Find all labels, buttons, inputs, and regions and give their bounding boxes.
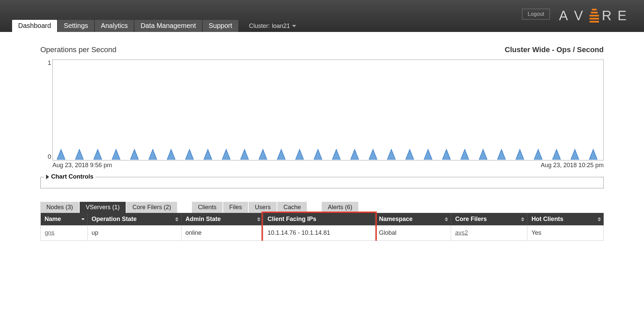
svg-marker-8: [204, 149, 212, 159]
vservers-table: Name Operation State Admin State Client …: [40, 213, 604, 241]
svg-marker-19: [406, 149, 414, 159]
tab-data-management[interactable]: Data Management: [134, 20, 202, 32]
cluster-name: loan21: [272, 23, 290, 30]
x-start-label: Aug 23, 2018 9:56 pm: [52, 162, 112, 169]
svg-marker-17: [369, 149, 377, 159]
sort-icon: [445, 217, 448, 221]
sort-icon: [175, 217, 178, 221]
tab-vservers[interactable]: VServers (1): [80, 202, 126, 213]
tab-analytics[interactable]: Analytics: [95, 20, 134, 32]
main-nav-tabs: Dashboard Settings Analytics Data Manage…: [12, 21, 296, 32]
avere-logo: A V R E: [559, 8, 631, 23]
svg-marker-10: [241, 149, 249, 159]
svg-marker-24: [497, 149, 506, 159]
cell-name: gns: [41, 225, 88, 241]
col-admin-state[interactable]: Admin State: [181, 213, 263, 225]
svg-marker-7: [186, 149, 194, 159]
cell-operation-state: up: [87, 225, 181, 241]
svg-marker-26: [534, 149, 542, 159]
svg-marker-16: [351, 149, 359, 159]
app-header: Logout A V R E Dashboard Settings Analyt…: [0, 0, 644, 32]
svg-marker-1: [75, 149, 83, 159]
tab-nodes[interactable]: Nodes (3): [40, 202, 79, 213]
svg-marker-5: [149, 149, 157, 159]
tab-settings[interactable]: Settings: [58, 20, 94, 32]
sort-icon: [81, 218, 85, 220]
svg-marker-6: [167, 149, 175, 159]
col-name[interactable]: Name: [41, 213, 88, 225]
svg-marker-21: [442, 149, 450, 159]
svg-marker-15: [332, 149, 340, 159]
chart-y-axis: 1 0: [45, 60, 51, 160]
tab-alerts[interactable]: Alerts (6): [322, 202, 358, 213]
cluster-prefix: Cluster:: [249, 23, 270, 30]
tab-users[interactable]: Users: [249, 202, 277, 213]
col-namespace[interactable]: Namespace: [375, 213, 451, 225]
svg-marker-18: [387, 149, 395, 159]
tab-dashboard[interactable]: Dashboard: [12, 20, 57, 32]
col-hot-clients[interactable]: Hot Clients: [527, 213, 604, 225]
svg-marker-14: [314, 149, 322, 159]
svg-marker-13: [295, 149, 304, 159]
svg-marker-2: [94, 149, 102, 159]
svg-marker-12: [277, 149, 285, 159]
chart-title: Operations per Second: [40, 45, 116, 54]
chevron-down-icon: [292, 25, 296, 27]
svg-marker-29: [589, 149, 597, 159]
svg-marker-20: [424, 149, 432, 159]
chart-controls-panel: Chart Controls: [40, 177, 604, 188]
cell-admin-state: online: [181, 225, 263, 241]
cluster-selector[interactable]: Cluster: loan21: [249, 23, 296, 32]
detail-tabs: Nodes (3) VServers (1) Core Filers (2) C…: [40, 202, 604, 213]
cell-client-facing-ips: 10.1.14.76 - 10.1.14.81: [264, 225, 375, 241]
tab-core-filers[interactable]: Core Filers (2): [126, 202, 177, 213]
svg-marker-22: [461, 149, 469, 159]
table-row: gns up online 10.1.14.76 - 10.1.14.81 Gl…: [41, 225, 604, 241]
chart-controls-label: Chart Controls: [51, 173, 93, 180]
core-filer-link[interactable]: avs2: [455, 229, 468, 236]
tab-files[interactable]: Files: [223, 202, 248, 213]
sort-icon: [257, 217, 260, 221]
y-max-label: 1: [48, 60, 51, 67]
tab-cache[interactable]: Cache: [277, 202, 307, 213]
chart-area: 1 0 Aug 23, 2018 9:56 pm Aug 23, 2018 10…: [52, 60, 604, 169]
svg-marker-0: [57, 149, 65, 159]
svg-marker-11: [259, 149, 267, 159]
svg-marker-27: [553, 149, 561, 159]
chart-header: Operations per Second Cluster Wide - Ops…: [40, 45, 604, 54]
tab-clients[interactable]: Clients: [192, 202, 223, 213]
cell-hot-clients: Yes: [527, 225, 604, 241]
y-min-label: 0: [48, 153, 51, 160]
logo-e-icon: [590, 9, 599, 23]
cell-namespace: Global: [375, 225, 451, 241]
logout-button[interactable]: Logout: [522, 9, 550, 20]
sort-icon: [521, 217, 524, 221]
sort-icon: [598, 217, 601, 221]
chart-plot[interactable]: [52, 60, 604, 160]
tab-support[interactable]: Support: [203, 20, 238, 32]
x-end-label: Aug 23, 2018 10:25 pm: [541, 162, 604, 169]
chart-controls-toggle[interactable]: Chart Controls: [44, 173, 95, 180]
expand-right-icon: [46, 175, 49, 179]
svg-marker-4: [130, 149, 138, 159]
svg-marker-25: [516, 149, 524, 159]
svg-marker-9: [222, 149, 230, 159]
col-core-filers[interactable]: Core Filers: [451, 213, 527, 225]
chart-x-axis: Aug 23, 2018 9:56 pm Aug 23, 2018 10:25 …: [52, 162, 604, 169]
svg-marker-3: [112, 149, 120, 159]
vserver-link[interactable]: gns: [45, 229, 54, 236]
col-operation-state[interactable]: Operation State: [87, 213, 181, 225]
col-client-facing-ips[interactable]: Client Facing IPs: [264, 213, 375, 225]
chart-subtitle: Cluster Wide - Ops / Second: [505, 45, 604, 54]
svg-marker-23: [479, 149, 487, 159]
svg-marker-28: [571, 149, 579, 159]
cell-core-filers: avs2: [451, 225, 527, 241]
